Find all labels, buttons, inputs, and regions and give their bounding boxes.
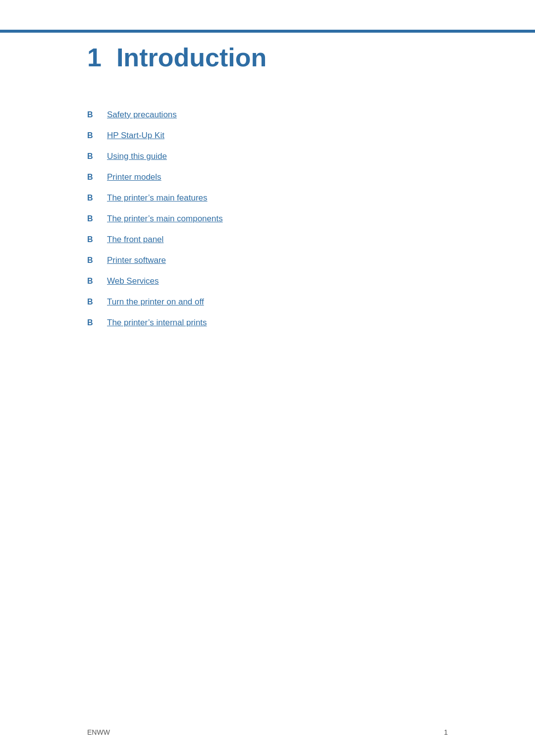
toc-section: B Safety precautions B HP Start-Up Kit B… (0, 110, 535, 328)
page: 1 Introduction B Safety precautions B HP… (0, 0, 535, 756)
toc-link-internal-prints[interactable]: The printer’s internal prints (107, 318, 207, 328)
toc-link-hp-startup-kit[interactable]: HP Start-Up Kit (107, 131, 164, 141)
toc-item: B The front panel (87, 235, 448, 245)
toc-bullet: B (87, 298, 97, 306)
toc-bullet: B (87, 131, 97, 140)
toc-link-safety-precautions[interactable]: Safety precautions (107, 110, 177, 120)
toc-item: B Printer software (87, 255, 448, 265)
toc-link-using-this-guide[interactable]: Using this guide (107, 151, 167, 161)
toc-bullet: B (87, 194, 97, 202)
chapter-name: Introduction (116, 45, 267, 70)
toc-bullet: B (87, 235, 97, 244)
toc-link-front-panel[interactable]: The front panel (107, 235, 163, 245)
toc-link-web-services[interactable]: Web Services (107, 276, 159, 286)
toc-item: B The printer’s internal prints (87, 318, 448, 328)
chapter-title: 1 Introduction (87, 45, 448, 70)
toc-item: B The printer’s main components (87, 214, 448, 224)
toc-bullet: B (87, 277, 97, 286)
footer-page-number: 1 (444, 728, 448, 736)
toc-bullet: B (87, 214, 97, 223)
toc-link-turn-on-off[interactable]: Turn the printer on and off (107, 297, 204, 307)
toc-item: B Web Services (87, 276, 448, 286)
toc-link-main-components[interactable]: The printer’s main components (107, 214, 223, 224)
header-section: 1 Introduction (0, 0, 535, 70)
toc-item: B Printer models (87, 172, 448, 182)
toc-link-main-features[interactable]: The printer’s main features (107, 193, 208, 203)
toc-item: B The printer’s main features (87, 193, 448, 203)
chapter-number: 1 (87, 45, 102, 70)
footer-left-text: ENWW (87, 728, 110, 736)
toc-bullet: B (87, 256, 97, 265)
toc-link-printer-models[interactable]: Printer models (107, 172, 161, 182)
toc-item: B Using this guide (87, 151, 448, 161)
toc-link-printer-software[interactable]: Printer software (107, 255, 166, 265)
top-border-rule (0, 30, 535, 33)
toc-item: B HP Start-Up Kit (87, 131, 448, 141)
footer: ENWW 1 (0, 728, 535, 736)
toc-bullet: B (87, 173, 97, 182)
toc-bullet: B (87, 152, 97, 161)
toc-bullet: B (87, 110, 97, 119)
toc-bullet: B (87, 318, 97, 327)
toc-item: B Turn the printer on and off (87, 297, 448, 307)
toc-item: B Safety precautions (87, 110, 448, 120)
